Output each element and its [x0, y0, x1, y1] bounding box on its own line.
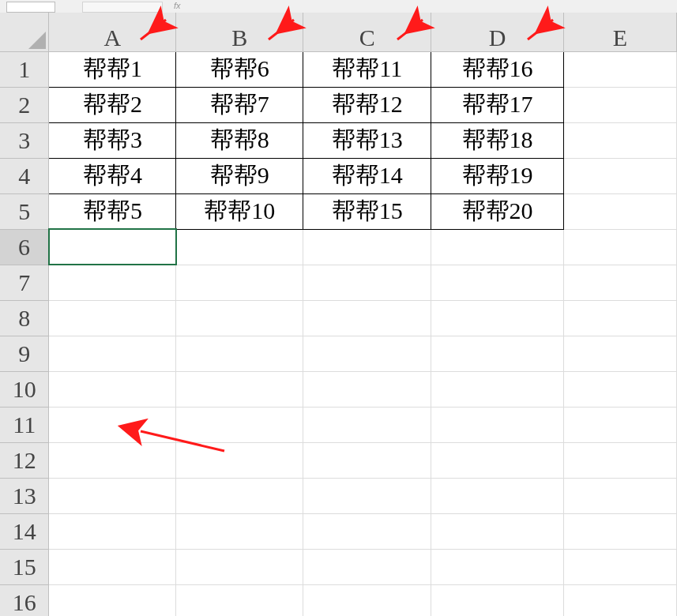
cell-B8[interactable] — [176, 300, 303, 336]
cell-B11[interactable] — [176, 407, 303, 442]
cell-D13[interactable] — [431, 478, 564, 513]
cell-B16[interactable] — [176, 584, 303, 616]
cell-E10[interactable] — [564, 371, 677, 407]
cell-D8[interactable] — [431, 300, 564, 336]
row-header-13[interactable]: 13 — [0, 478, 49, 513]
row-header-8[interactable]: 8 — [0, 300, 49, 336]
formula-input[interactable] — [82, 2, 163, 13]
name-box[interactable] — [6, 2, 55, 13]
cell-C6[interactable] — [303, 229, 431, 265]
cell-C4[interactable]: 帮帮14 — [303, 158, 431, 193]
cell-D5[interactable]: 帮帮20 — [431, 193, 564, 229]
column-header-E[interactable]: E — [564, 13, 677, 51]
cell-C5[interactable]: 帮帮15 — [303, 193, 431, 229]
cell-B13[interactable] — [176, 478, 303, 513]
cell-A11[interactable] — [49, 407, 176, 442]
cell-D3[interactable]: 帮帮18 — [431, 122, 564, 158]
cell-A6[interactable] — [49, 229, 176, 265]
cell-B14[interactable] — [176, 513, 303, 549]
cell-C1[interactable]: 帮帮11 — [303, 51, 431, 87]
row-header-9[interactable]: 9 — [0, 336, 49, 371]
cell-B4[interactable]: 帮帮9 — [176, 158, 303, 193]
cell-E4[interactable] — [564, 158, 677, 193]
cell-D1[interactable]: 帮帮16 — [431, 51, 564, 87]
row-header-5[interactable]: 5 — [0, 193, 49, 229]
row-header-7[interactable]: 7 — [0, 265, 49, 300]
cell-C2[interactable]: 帮帮12 — [303, 87, 431, 122]
row-header-12[interactable]: 12 — [0, 442, 49, 478]
cell-A2[interactable]: 帮帮2 — [49, 87, 176, 122]
cell-B15[interactable] — [176, 549, 303, 584]
cell-E6[interactable] — [564, 229, 677, 265]
cell-D7[interactable] — [431, 265, 564, 300]
cell-D9[interactable] — [431, 336, 564, 371]
cell-A15[interactable] — [49, 549, 176, 584]
column-header-C[interactable]: C — [303, 13, 431, 51]
cell-A5[interactable]: 帮帮5 — [49, 193, 176, 229]
cell-B9[interactable] — [176, 336, 303, 371]
cell-D14[interactable] — [431, 513, 564, 549]
row-header-6[interactable]: 6 — [0, 229, 49, 265]
cell-C14[interactable] — [303, 513, 431, 549]
cell-C3[interactable]: 帮帮13 — [303, 122, 431, 158]
spreadsheet-grid[interactable]: A B C D E 1 帮帮1 帮帮6 帮帮11 帮帮16 2 帮帮2 帮帮7 … — [0, 13, 677, 616]
cell-A10[interactable] — [49, 371, 176, 407]
row-header-11[interactable]: 11 — [0, 407, 49, 442]
cell-C9[interactable] — [303, 336, 431, 371]
row-header-2[interactable]: 2 — [0, 87, 49, 122]
cell-D2[interactable]: 帮帮17 — [431, 87, 564, 122]
cell-C16[interactable] — [303, 584, 431, 616]
cell-A12[interactable] — [49, 442, 176, 478]
cell-A9[interactable] — [49, 336, 176, 371]
cell-E15[interactable] — [564, 549, 677, 584]
cell-A16[interactable] — [49, 584, 176, 616]
column-header-D[interactable]: D — [431, 13, 564, 51]
cell-A4[interactable]: 帮帮4 — [49, 158, 176, 193]
cell-A13[interactable] — [49, 478, 176, 513]
cell-D12[interactable] — [431, 442, 564, 478]
cell-A1[interactable]: 帮帮1 — [49, 51, 176, 87]
cell-B1[interactable]: 帮帮6 — [176, 51, 303, 87]
cell-E3[interactable] — [564, 122, 677, 158]
cell-E13[interactable] — [564, 478, 677, 513]
column-header-A[interactable]: A — [49, 13, 176, 51]
row-header-1[interactable]: 1 — [0, 51, 49, 87]
cell-D4[interactable]: 帮帮19 — [431, 158, 564, 193]
row-header-14[interactable]: 14 — [0, 513, 49, 549]
cell-D6[interactable] — [431, 229, 564, 265]
row-header-10[interactable]: 10 — [0, 371, 49, 407]
cell-B2[interactable]: 帮帮7 — [176, 87, 303, 122]
cell-E1[interactable] — [564, 51, 677, 87]
cell-E14[interactable] — [564, 513, 677, 549]
row-header-3[interactable]: 3 — [0, 122, 49, 158]
cell-D16[interactable] — [431, 584, 564, 616]
cell-C11[interactable] — [303, 407, 431, 442]
cell-C7[interactable] — [303, 265, 431, 300]
cell-B5[interactable]: 帮帮10 — [176, 193, 303, 229]
cell-B3[interactable]: 帮帮8 — [176, 122, 303, 158]
cell-E12[interactable] — [564, 442, 677, 478]
row-header-15[interactable]: 15 — [0, 549, 49, 584]
select-all-corner[interactable] — [0, 13, 49, 51]
cell-D15[interactable] — [431, 549, 564, 584]
cell-D10[interactable] — [431, 371, 564, 407]
row-header-16[interactable]: 16 — [0, 584, 49, 616]
cell-C13[interactable] — [303, 478, 431, 513]
cell-C15[interactable] — [303, 549, 431, 584]
cell-A7[interactable] — [49, 265, 176, 300]
cell-E8[interactable] — [564, 300, 677, 336]
cell-B10[interactable] — [176, 371, 303, 407]
cell-A3[interactable]: 帮帮3 — [49, 122, 176, 158]
cell-B12[interactable] — [176, 442, 303, 478]
cell-E2[interactable] — [564, 87, 677, 122]
cell-B6[interactable] — [176, 229, 303, 265]
row-header-4[interactable]: 4 — [0, 158, 49, 193]
cell-E16[interactable] — [564, 584, 677, 616]
cell-E9[interactable] — [564, 336, 677, 371]
cell-E7[interactable] — [564, 265, 677, 300]
cell-E5[interactable] — [564, 193, 677, 229]
cell-B7[interactable] — [176, 265, 303, 300]
cell-A8[interactable] — [49, 300, 176, 336]
cell-C10[interactable] — [303, 371, 431, 407]
cell-D11[interactable] — [431, 407, 564, 442]
